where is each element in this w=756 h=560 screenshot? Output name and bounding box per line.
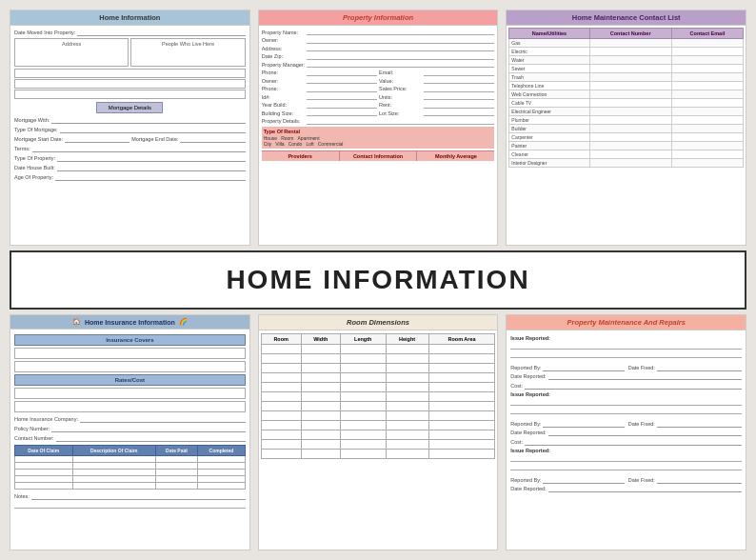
contact-name: Electric xyxy=(509,48,589,56)
address-box: Address xyxy=(14,38,129,67)
date-moved-label: Date Moved Into Property: xyxy=(14,30,75,35)
age-label: Age Of Property: xyxy=(14,174,53,180)
col-email: Contact Email xyxy=(671,29,743,39)
rental-header: Type Of Rental xyxy=(264,129,493,134)
contact-row: Electrical Engineer xyxy=(509,108,744,116)
date-reported-2: Date Reported: xyxy=(510,430,546,435)
room-row xyxy=(261,345,495,354)
reported-by-1: Reported By: xyxy=(510,365,541,370)
monthly-avg-label: Monthly Average xyxy=(417,151,494,161)
contact-label: Contact Number: xyxy=(14,435,54,441)
contact-row: Carpenter xyxy=(509,133,744,142)
room-row xyxy=(261,450,495,459)
col-date-claim: Date Of Claim xyxy=(15,446,73,456)
insurance-covers-subheader: Insurance Covers xyxy=(14,334,246,346)
home-info-header: Home Information xyxy=(10,10,249,26)
issue-label-3: Issue Reported: xyxy=(510,448,742,453)
contact-number xyxy=(589,48,671,56)
prop-lot-label: Lot Size: xyxy=(379,110,422,116)
contact-row: Electric xyxy=(509,48,744,56)
contact-number xyxy=(589,150,671,159)
col-name: Name/Utilities xyxy=(509,29,589,39)
date-reported-1: Date Reported: xyxy=(510,373,546,379)
issue-block-2: Issue Reported: Reported By: Date Fixed:… xyxy=(510,391,742,446)
insurance-header: 🏠 Home Insurance Information 🌈 xyxy=(10,315,249,330)
contact-email xyxy=(671,159,743,168)
prop-units-label: Units: xyxy=(379,94,422,100)
mortgage-details-btn[interactable]: Mortgage Details xyxy=(96,102,163,113)
prop-owner-label: Owner: xyxy=(262,37,305,43)
contact-email xyxy=(671,108,743,116)
claim-row xyxy=(15,463,246,470)
contact-name: Water xyxy=(509,56,589,65)
contact-email xyxy=(671,99,743,108)
contact-row: Painter xyxy=(509,142,744,150)
col-contact: Contact Number xyxy=(589,29,671,39)
contact-email xyxy=(671,82,743,90)
contact-name: Builder xyxy=(509,125,589,133)
contact-row: Plumber xyxy=(509,116,744,125)
providers-label: Providers xyxy=(262,151,340,161)
contact-row: Water xyxy=(509,56,744,65)
maintenance-contact-header: Home Maintenance Contact List xyxy=(507,10,746,26)
contact-email xyxy=(671,65,743,73)
room-row xyxy=(261,402,495,411)
issue-label-1: Issue Reported: xyxy=(510,335,742,341)
room-row xyxy=(261,392,495,402)
prop-sales-label: Sales Price: xyxy=(379,86,422,91)
contact-number xyxy=(589,125,671,133)
contact-email xyxy=(671,125,743,133)
prop-rent-label: Rent: xyxy=(379,102,422,108)
contact-name: Sewer xyxy=(509,65,589,73)
prop-name-label: Property Name: xyxy=(262,30,305,35)
claim-row xyxy=(15,456,246,463)
banner-title: HOME INFORMATION xyxy=(226,265,529,295)
type-mortgage-label: Type Of Mortgage: xyxy=(14,127,58,132)
home-icon: 🏠 xyxy=(72,318,81,326)
reported-by-2: Reported By: xyxy=(510,421,541,427)
reported-by-3: Reported By: xyxy=(510,477,541,483)
rainbow-icon: 🌈 xyxy=(179,318,188,326)
contact-info-label: Contact Information xyxy=(340,151,418,161)
col-area: Room Area xyxy=(428,334,495,345)
contact-email xyxy=(671,133,743,142)
prop-email-label: Email: xyxy=(379,70,422,75)
contact-number xyxy=(589,82,671,90)
prop-phone-label: Phone: xyxy=(262,70,305,75)
mortgage-with-line xyxy=(51,116,245,124)
claim-row xyxy=(15,470,246,476)
property-maintenance-header: Property Maintenance And Repairs xyxy=(507,315,746,330)
date-fixed-3: Date Fixed: xyxy=(628,477,655,483)
contact-number xyxy=(589,116,671,125)
contact-email xyxy=(671,90,743,99)
mortgage-with-label: Mortgage With: xyxy=(14,117,50,123)
banner: HOME INFORMATION xyxy=(10,250,746,310)
home-info-card: Home Information Date Moved Into Propert… xyxy=(10,10,250,246)
contact-email xyxy=(671,48,743,56)
date-fixed-2: Date Fixed: xyxy=(628,421,655,427)
prop-bldg-label: Building Size: xyxy=(262,110,305,116)
people-box: People Who Live Here xyxy=(130,38,245,67)
prop-manager-label: Property Manager: xyxy=(262,62,306,68)
contact-name: Trash xyxy=(509,73,589,82)
room-table: Room Width Length Height Room Area xyxy=(261,333,496,459)
room-row xyxy=(261,440,495,450)
policy-label: Policy Number: xyxy=(14,426,50,431)
room-row xyxy=(261,421,495,430)
contact-name: Telephone Line xyxy=(509,82,589,90)
col-desc: Description Of Claim xyxy=(72,446,155,456)
contact-name: Gas xyxy=(509,39,589,48)
claim-row xyxy=(15,476,246,483)
end-date-label: Mortgage End Date: xyxy=(131,136,178,142)
contact-name: Carpenter xyxy=(509,133,589,142)
rates-cost-subheader: Rates/Cost xyxy=(14,374,246,386)
date-built-label: Date House Built: xyxy=(14,165,55,170)
contact-email xyxy=(671,150,743,159)
issue-label-2: Issue Reported: xyxy=(510,391,742,397)
contact-row: Builder xyxy=(509,125,744,133)
contact-email xyxy=(671,56,743,65)
issue-block-1: Issue Reported: Reported By: Date Fixed:… xyxy=(510,335,742,390)
contact-row: Sewer xyxy=(509,65,744,73)
room-row xyxy=(261,411,495,421)
col-room: Room xyxy=(261,334,301,345)
